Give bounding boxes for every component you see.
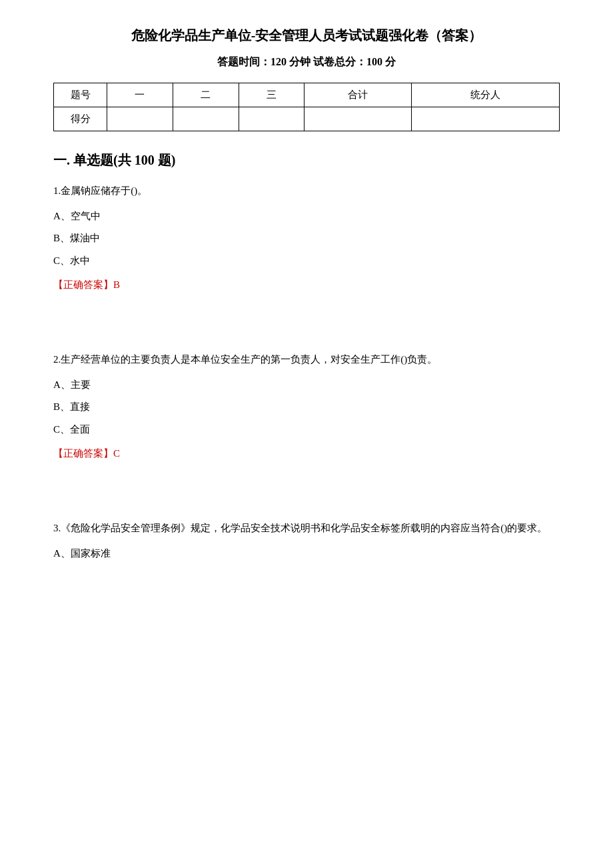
page-title: 危险化学品生产单位-安全管理人员考试试题强化卷（答案） xyxy=(53,27,560,45)
exam-info: 答题时间：120 分钟 试卷总分：100 分 xyxy=(53,55,560,69)
question-1-text: 1.金属钠应储存于()。 xyxy=(53,183,560,200)
score-table-cell-2 xyxy=(173,107,239,131)
question-1-option-b: B、煤油中 xyxy=(53,230,560,247)
question-2-option-b: B、直接 xyxy=(53,399,560,416)
section1-title: 一. 单选题(共 100 题) xyxy=(53,151,560,169)
score-table-cell-4 xyxy=(305,107,411,131)
question-3-option-a: A、国家标准 xyxy=(53,545,560,563)
score-table-cell-1 xyxy=(107,107,173,131)
score-table-cell-3 xyxy=(239,107,305,131)
question-1-option-c: C、水中 xyxy=(53,253,560,270)
question-3-text: 3.《危险化学品安全管理条例》规定，化学品安全技术说明书和化学品安全标签所载明的… xyxy=(53,520,560,537)
question-2-option-a: A、主要 xyxy=(53,377,560,394)
score-table-header-2: 二 xyxy=(173,83,239,107)
question-2-option-c: C、全面 xyxy=(53,421,560,439)
question-block-1: 1.金属钠应储存于()。 A、空气中 B、煤油中 C、水中 【正确答案】B xyxy=(53,183,560,291)
score-table-header-1: 一 xyxy=(107,83,173,107)
score-table-header-3: 三 xyxy=(239,83,305,107)
question-1-answer: 【正确答案】B xyxy=(53,279,560,291)
score-table-cell-5 xyxy=(411,107,559,131)
score-table-header-4: 合计 xyxy=(305,83,411,107)
question-block-3: 3.《危险化学品安全管理条例》规定，化学品安全技术说明书和化学品安全标签所载明的… xyxy=(53,520,560,562)
question-2-answer: 【正确答案】C xyxy=(53,447,560,460)
question-1-option-a: A、空气中 xyxy=(53,208,560,225)
score-table-header-0: 题号 xyxy=(54,83,107,107)
score-table: 题号 一 二 三 合计 统分人 得分 xyxy=(53,83,560,131)
score-table-row-label: 得分 xyxy=(54,107,107,131)
question-2-text: 2.生产经营单位的主要负责人是本单位安全生产的第一负责人，对安全生产工作()负责… xyxy=(53,351,560,369)
score-table-header-5: 统分人 xyxy=(411,83,559,107)
question-block-2: 2.生产经营单位的主要负责人是本单位安全生产的第一负责人，对安全生产工作()负责… xyxy=(53,351,560,460)
